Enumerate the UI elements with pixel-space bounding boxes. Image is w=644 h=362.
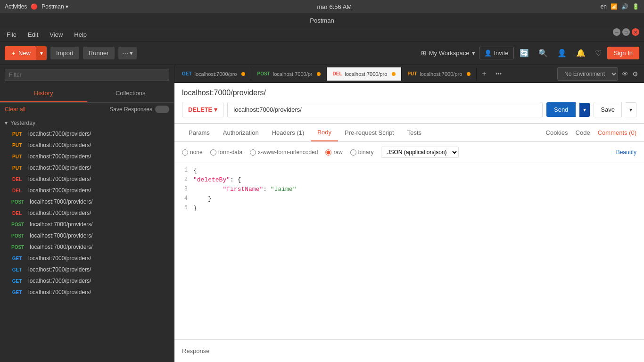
menu-help[interactable]: Help bbox=[72, 30, 89, 39]
tab-history[interactable]: History bbox=[0, 85, 87, 102]
user-icon[interactable]: 👤 bbox=[555, 47, 569, 59]
misc-button[interactable]: ⋯ ▾ bbox=[118, 47, 137, 59]
beautify-button[interactable]: Beautify bbox=[616, 149, 636, 156]
menu-bar: File Edit View Help bbox=[0, 28, 644, 41]
new-button-arrow[interactable]: ▾ bbox=[36, 46, 47, 60]
list-item[interactable]: GETlocalhost:7000/providers/ bbox=[5, 253, 169, 264]
list-item[interactable]: POSTlocalhost:7000/providers/ bbox=[5, 241, 169, 253]
clear-all-button[interactable]: Clear all bbox=[5, 106, 25, 113]
radio-urlencoded[interactable]: x-www-form-urlencoded bbox=[250, 149, 318, 156]
sync-icon[interactable]: 🔄 bbox=[518, 47, 531, 59]
heart-icon[interactable]: ♡ bbox=[593, 47, 603, 59]
language-indicator[interactable]: en bbox=[601, 3, 607, 10]
request-tab-1[interactable]: POSTlocalhost:7000/pr bbox=[251, 67, 327, 81]
save-arrow-button[interactable]: ▾ bbox=[626, 102, 636, 117]
method-badge: GET bbox=[9, 255, 25, 262]
add-tab-button[interactable]: ＋ bbox=[477, 65, 492, 82]
url-input[interactable] bbox=[227, 102, 543, 117]
tab-params[interactable]: Params bbox=[182, 124, 216, 141]
title-bar: Postman ─ □ ✕ bbox=[0, 13, 644, 28]
runner-button[interactable]: Runner bbox=[83, 47, 115, 59]
activities-label[interactable]: Activities bbox=[5, 3, 27, 10]
list-item[interactable]: GETlocalhost:7000/providers/ bbox=[5, 275, 169, 287]
sign-in-button[interactable]: Sign In bbox=[607, 47, 639, 59]
bell-icon[interactable]: 🔔 bbox=[574, 47, 587, 59]
invite-label: Invite bbox=[494, 49, 508, 57]
list-item[interactable]: PUTlocalhost:7000/providers/ bbox=[5, 162, 169, 173]
history-url: localhost:7000/providers/ bbox=[28, 187, 91, 194]
history-group-header[interactable]: ▾ Yesterday bbox=[5, 118, 169, 128]
link-comments[interactable]: Comments (0) bbox=[598, 129, 636, 136]
tab-body[interactable]: Body bbox=[311, 124, 338, 141]
menu-view[interactable]: View bbox=[48, 30, 65, 39]
history-url: localhost:7000/providers/ bbox=[28, 176, 91, 182]
menu-file[interactable]: File bbox=[5, 30, 18, 39]
settings-icon[interactable]: ⚙ bbox=[632, 70, 638, 78]
request-tab-2[interactable]: DELlocalhost:7000/pro bbox=[327, 67, 402, 81]
list-item[interactable]: GETlocalhost:7000/providers/ bbox=[5, 287, 169, 298]
os-bar-left: Activities 🔴 Postman ▾ bbox=[5, 3, 68, 10]
body-options: none form-data x-www-form-urlencoded raw… bbox=[174, 142, 644, 163]
list-item[interactable]: PUTlocalhost:7000/providers/ bbox=[5, 128, 169, 140]
request-title: localhost:7000/providers/ bbox=[182, 89, 636, 97]
chevron-down-icon: ▾ bbox=[5, 120, 8, 126]
minimize-button[interactable]: ─ bbox=[613, 28, 620, 36]
link-code[interactable]: Code bbox=[576, 129, 590, 136]
code-line-5: 5 } bbox=[174, 205, 644, 214]
send-button[interactable]: Send bbox=[546, 102, 576, 117]
invite-button[interactable]: 👤 Invite bbox=[479, 47, 513, 59]
history-url: localhost:7000/providers/ bbox=[28, 210, 91, 216]
radio-none[interactable]: none bbox=[182, 149, 203, 156]
list-item[interactable]: POSTlocalhost:7000/providers/ bbox=[5, 230, 169, 241]
tab-headers[interactable]: Headers (1) bbox=[265, 124, 311, 141]
radio-form-data[interactable]: form-data bbox=[210, 149, 242, 156]
environment-dropdown[interactable]: No Environment bbox=[557, 67, 618, 81]
eye-icon[interactable]: 👁 bbox=[622, 70, 628, 78]
new-label: New bbox=[18, 49, 31, 57]
link-cookies[interactable]: Cookies bbox=[546, 129, 568, 136]
new-button[interactable]: ＋ New bbox=[5, 46, 36, 60]
send-arrow-button[interactable]: ▾ bbox=[579, 103, 590, 117]
save-responses-label: Save Responses bbox=[109, 106, 152, 113]
search-input[interactable] bbox=[5, 69, 169, 81]
method-select[interactable]: DELETE ▾ bbox=[182, 102, 223, 117]
tab-tests[interactable]: Tests bbox=[401, 124, 428, 141]
history-url: localhost:7000/providers/ bbox=[28, 278, 91, 284]
json-type-select[interactable]: JSON (application/json) bbox=[381, 147, 459, 158]
history-url: localhost:7000/providers/ bbox=[30, 198, 92, 205]
list-item[interactable]: DELlocalhost:7000/providers/ bbox=[5, 207, 169, 219]
radio-binary[interactable]: binary bbox=[350, 149, 374, 156]
radio-raw[interactable]: raw bbox=[325, 149, 342, 156]
tab-authorization[interactable]: Authorization bbox=[216, 124, 265, 141]
tab-url: localhost:7000/pro bbox=[345, 71, 387, 77]
tab-collections[interactable]: Collections bbox=[87, 85, 174, 102]
url-bar-section: localhost:7000/providers/ DELETE ▾ Send … bbox=[174, 83, 644, 123]
menu-edit[interactable]: Edit bbox=[26, 30, 40, 39]
list-item[interactable]: PUTlocalhost:7000/providers/ bbox=[5, 151, 169, 162]
import-button[interactable]: Import bbox=[50, 47, 79, 59]
wifi-icon: 📶 bbox=[611, 3, 618, 10]
more-tabs-button[interactable]: ••• bbox=[492, 67, 505, 81]
history-group-label: Yesterday bbox=[10, 120, 35, 126]
method-badge: POST bbox=[9, 222, 26, 228]
list-item[interactable]: GETlocalhost:7000/providers/ bbox=[5, 264, 169, 275]
main-toolbar: ＋ New ▾ Import Runner ⋯ ▾ ⊞ My Workspace… bbox=[0, 41, 644, 65]
close-button[interactable]: ✕ bbox=[632, 28, 639, 36]
save-button[interactable]: Save bbox=[594, 102, 622, 117]
search-icon[interactable]: 🔍 bbox=[537, 47, 550, 59]
code-editor[interactable]: 1 { 2 "deleteBy": { 3 "firstName": "Jaim… bbox=[174, 163, 644, 339]
tab-url: localhost:7000/pro bbox=[195, 71, 237, 77]
request-tab-0[interactable]: GETlocalhost:7000/pro bbox=[176, 67, 251, 81]
list-item[interactable]: PUTlocalhost:7000/providers/ bbox=[5, 140, 169, 151]
maximize-button[interactable]: □ bbox=[622, 28, 630, 36]
list-item[interactable]: DELlocalhost:7000/providers/ bbox=[5, 173, 169, 185]
list-item[interactable]: DELlocalhost:7000/providers/ bbox=[5, 185, 169, 196]
list-item[interactable]: POSTlocalhost:7000/providers/ bbox=[5, 219, 169, 230]
toolbar-icon-group: 🔄 🔍 👤 🔔 ♡ bbox=[518, 47, 603, 59]
tab-pre-request[interactable]: Pre-request Script bbox=[338, 124, 401, 141]
save-responses-switch[interactable] bbox=[155, 106, 169, 113]
list-item[interactable]: POSTlocalhost:7000/providers/ bbox=[5, 196, 169, 207]
method-badge: POST bbox=[9, 233, 26, 239]
request-tab-3[interactable]: PUTlocalhost:7000/pro bbox=[402, 67, 477, 81]
workspace-button[interactable]: ⊞ My Workspace ▾ bbox=[421, 49, 476, 57]
